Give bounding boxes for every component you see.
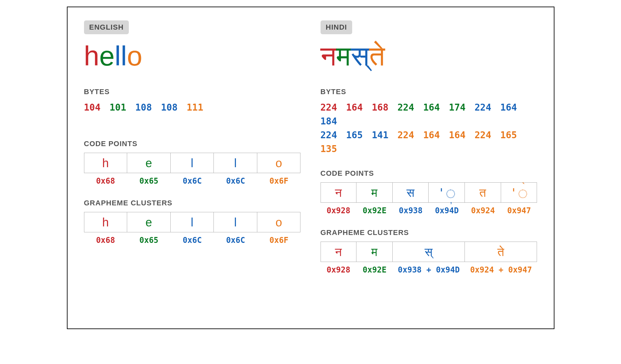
graphemes-label: GRAPHEME CLUSTERS xyxy=(84,199,301,207)
hindi-graphemes-table: नमस्ते xyxy=(321,242,537,262)
codepoints-label: CODE POINTS xyxy=(321,169,537,178)
byte-value: 135 xyxy=(321,142,346,156)
word-char: स् xyxy=(351,41,369,71)
codepoint-cell: म xyxy=(356,182,393,203)
codepoint-cell: स xyxy=(393,182,429,203)
grapheme-cell: o xyxy=(257,212,301,232)
grapheme-hex: 0x938 + 0x94D xyxy=(393,265,465,274)
diagram-frame: ENGLISH hello BYTES 104101108108111 CODE… xyxy=(67,7,554,329)
graphemes-label: GRAPHEME CLUSTERS xyxy=(321,228,537,237)
byte-value: 164 xyxy=(449,128,475,142)
byte-value: 184 xyxy=(321,115,346,128)
grapheme-cell: l xyxy=(214,212,257,232)
codepoint-cell: o xyxy=(257,153,301,173)
grapheme-hex: 0x92E xyxy=(356,265,393,274)
hindi-column: HINDI नमस्ते BYTES 224164168224164174224… xyxy=(321,20,537,274)
word-char: म xyxy=(336,41,351,71)
grapheme-cell: ते xyxy=(465,242,537,262)
codepoint-hex: 0x65 xyxy=(127,176,171,186)
byte-value: 164 xyxy=(500,101,526,115)
english-lang-badge: ENGLISH xyxy=(84,20,129,34)
hindi-graphemes-hex: 0x9280x92E0x938 + 0x94D0x924 + 0x947 xyxy=(321,265,537,274)
byte-value: 141 xyxy=(372,128,398,142)
byte-value: 165 xyxy=(500,128,526,142)
english-column: ENGLISH hello BYTES 104101108108111 CODE… xyxy=(84,20,301,274)
word-char: न xyxy=(321,41,336,71)
hindi-lang-badge: HINDI xyxy=(321,20,353,34)
word-char: e xyxy=(99,41,115,71)
byte-value: 108 xyxy=(161,101,187,115)
english-word: hello xyxy=(84,41,301,71)
grapheme-hex: 0x6C xyxy=(214,236,257,245)
codepoints-label: CODE POINTS xyxy=(84,140,301,148)
hindi-bytes-row: 2241641682241641742241641842241651412241… xyxy=(321,101,537,156)
grapheme-cell: स् xyxy=(393,242,465,262)
grapheme-cell: म xyxy=(356,242,393,262)
grapheme-cell: न xyxy=(321,242,357,262)
word-char: ते xyxy=(369,41,385,71)
codepoint-cell: ', xyxy=(429,182,465,203)
codepoint-cell: e xyxy=(127,153,171,173)
codepoint-hex: 0x947 xyxy=(501,206,537,215)
codepoint-cell: न xyxy=(321,182,357,203)
codepoint-hex: 0x924 xyxy=(465,206,501,215)
english-graphemes-table: hello xyxy=(84,212,301,232)
codepoint-cell: l xyxy=(214,153,257,173)
english-codepoints-table: hello xyxy=(84,153,301,173)
codepoint-hex: 0x6C xyxy=(171,176,214,186)
grapheme-hex: 0x65 xyxy=(127,236,171,245)
word-char: h xyxy=(84,41,99,71)
english-codepoints-hex: 0x680x650x6C0x6C0x6F xyxy=(84,176,301,186)
byte-value: 224 xyxy=(321,101,346,115)
word-char: l xyxy=(121,41,127,71)
byte-value: 168 xyxy=(372,101,398,115)
byte-value: 108 xyxy=(135,101,161,115)
grapheme-cell: e xyxy=(127,212,171,232)
codepoint-cell: त xyxy=(465,182,501,203)
hindi-codepoints-hex: 0x9280x92E0x9380x94D0x9240x947 xyxy=(321,206,537,215)
byte-value: 224 xyxy=(398,128,423,142)
hindi-word: नमस्ते xyxy=(321,41,537,71)
word-char: l xyxy=(115,41,121,71)
grapheme-cell: h xyxy=(84,212,127,232)
byte-value: 164 xyxy=(423,128,449,142)
codepoint-hex: 0x68 xyxy=(84,176,127,186)
byte-value: 164 xyxy=(346,101,372,115)
grapheme-cell: l xyxy=(171,212,214,232)
codepoint-hex: 0x94D xyxy=(429,206,465,215)
byte-value: 111 xyxy=(187,101,212,115)
byte-value: 174 xyxy=(449,101,475,115)
codepoint-hex: 0x928 xyxy=(321,206,357,215)
grapheme-hex: 0x924 + 0x947 xyxy=(465,265,537,274)
grapheme-hex: 0x6C xyxy=(171,236,214,245)
byte-value: 101 xyxy=(110,101,135,115)
codepoint-hex: 0x938 xyxy=(393,206,429,215)
byte-value: 224 xyxy=(475,101,500,115)
byte-value: 224 xyxy=(398,101,423,115)
byte-value: 164 xyxy=(423,101,449,115)
grapheme-hex: 0x6F xyxy=(257,236,301,245)
byte-value: 104 xyxy=(84,101,110,115)
byte-value: 224 xyxy=(321,128,346,142)
bytes-label: BYTES xyxy=(321,88,537,96)
bytes-label: BYTES xyxy=(84,88,301,96)
byte-value: 165 xyxy=(346,128,372,142)
codepoint-hex: 0x6C xyxy=(214,176,257,186)
english-bytes-row: 104101108108111 xyxy=(84,101,301,115)
hindi-codepoints-table: नमस',त'` xyxy=(321,182,537,203)
byte-value: 224 xyxy=(475,128,500,142)
codepoint-cell: '` xyxy=(501,182,537,203)
codepoint-cell: l xyxy=(171,153,214,173)
codepoint-hex: 0x6F xyxy=(257,176,301,186)
codepoint-cell: h xyxy=(84,153,127,173)
grapheme-hex: 0x68 xyxy=(84,236,127,245)
english-graphemes-hex: 0x680x650x6C0x6C0x6F xyxy=(84,236,301,245)
word-char: o xyxy=(127,41,142,71)
grapheme-hex: 0x928 xyxy=(321,265,357,274)
codepoint-hex: 0x92E xyxy=(356,206,393,215)
